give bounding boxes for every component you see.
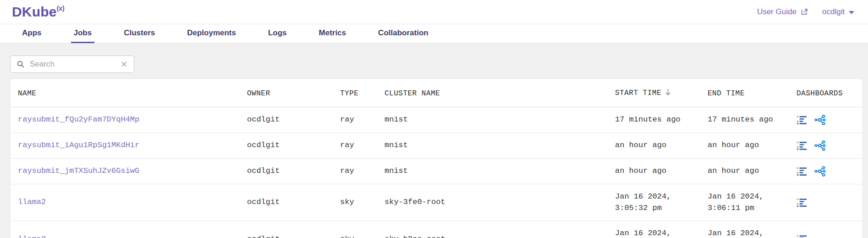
table-row: llama2ocdlgitskysky-b8ae-rootJan 16 2024… xyxy=(11,221,863,238)
ray-dashboard-icon[interactable] xyxy=(814,166,826,177)
column-header-start-time[interactable]: START TIME xyxy=(615,79,708,107)
job-cluster-name: sky-3fe0-root xyxy=(385,184,615,221)
search-icon xyxy=(16,60,25,68)
job-type: ray xyxy=(340,133,385,159)
tab-clusters[interactable]: Clusters xyxy=(121,24,158,43)
tab-metrics[interactable]: Metrics xyxy=(316,24,349,43)
logs-dashboard-icon[interactable] xyxy=(797,197,807,208)
tab-apps[interactable]: Apps xyxy=(19,24,44,43)
logs-dashboard-icon[interactable] xyxy=(797,140,807,151)
search-clear-icon[interactable] xyxy=(121,61,128,68)
job-end-time: Jan 16 2024, 2:59:16 pm xyxy=(708,221,797,238)
job-start-time: Jan 16 2024, 2:58:38 pm xyxy=(615,221,708,238)
job-name-link[interactable]: raysubmit_fQu2yFam7DYqH4Mp xyxy=(18,115,139,124)
job-owner: ocdlgit xyxy=(247,159,340,184)
job-owner: ocdlgit xyxy=(247,107,340,133)
topbar-right: User Guide ocdlgit xyxy=(757,7,854,17)
job-type: ray xyxy=(340,159,385,184)
brand-superscript: (x) xyxy=(57,5,65,12)
dashboard-links xyxy=(797,166,860,177)
job-cluster-name: mnist xyxy=(385,107,615,133)
job-cluster-name: mnist xyxy=(385,133,615,159)
job-end-time: an hour ago xyxy=(708,133,797,159)
jobs-table: NAME OWNER TYPE CLUSTER NAME START TIME … xyxy=(11,79,863,238)
column-header-cluster-name[interactable]: CLUSTER NAME xyxy=(385,79,615,107)
table-header-row: NAME OWNER TYPE CLUSTER NAME START TIME … xyxy=(11,79,863,107)
dashboard-links xyxy=(797,197,860,208)
job-end-time: Jan 16 2024, 3:06:11 pm xyxy=(708,184,797,221)
column-header-owner[interactable]: OWNER xyxy=(247,79,340,107)
job-name-link[interactable]: raysubmit_iAgu1RpSg1MKdHir xyxy=(18,141,139,149)
main-tabs: Apps Jobs Clusters Deployments Logs Metr… xyxy=(0,24,868,44)
job-type: sky xyxy=(340,221,385,238)
dashboard-links xyxy=(797,114,860,126)
logs-dashboard-icon[interactable] xyxy=(797,115,807,125)
logs-dashboard-icon[interactable] xyxy=(797,166,807,177)
tab-jobs[interactable]: Jobs xyxy=(71,24,95,43)
job-owner: ocdlgit xyxy=(247,184,340,221)
job-name-link[interactable]: llama2 xyxy=(18,198,46,206)
column-header-name[interactable]: NAME xyxy=(11,79,247,107)
external-link-icon xyxy=(800,8,808,16)
job-start-time: 17 minutes ago xyxy=(615,107,708,133)
search-box xyxy=(10,55,134,73)
column-header-type[interactable]: TYPE xyxy=(340,79,385,107)
table-row: llama2ocdlgitskysky-3fe0-rootJan 16 2024… xyxy=(11,184,863,221)
job-name-link[interactable]: llama2 xyxy=(18,235,46,238)
job-start-time: Jan 16 2024, 3:05:32 pm xyxy=(615,184,708,221)
job-start-time: an hour ago xyxy=(615,133,708,159)
content-area: NAME OWNER TYPE CLUSTER NAME START TIME … xyxy=(0,44,868,238)
tab-deployments[interactable]: Deployments xyxy=(184,24,239,43)
username: ocdlgit xyxy=(822,7,845,17)
brand-name: DKube xyxy=(12,4,57,20)
search-input[interactable] xyxy=(30,60,115,69)
tab-logs[interactable]: Logs xyxy=(265,24,290,43)
user-guide-link[interactable]: User Guide xyxy=(757,7,808,17)
dashboard-links xyxy=(797,234,860,238)
ray-dashboard-icon[interactable] xyxy=(814,114,826,126)
job-cluster-name: mnist xyxy=(385,159,615,184)
dkube-logo[interactable]: DKube (x) xyxy=(12,4,65,20)
column-header-end-time[interactable]: END TIME xyxy=(708,79,797,107)
table-row: raysubmit_fQu2yFam7DYqH4Mpocdlgitraymnis… xyxy=(11,107,863,133)
job-type: ray xyxy=(340,107,385,133)
job-end-time: 17 minutes ago xyxy=(708,107,797,133)
job-cluster-name: sky-b8ae-root xyxy=(385,221,615,238)
job-start-time: an hour ago xyxy=(615,159,708,184)
dashboard-links xyxy=(797,140,860,151)
column-header-dashboards[interactable]: DASHBOARDS xyxy=(797,79,863,107)
top-bar: DKube (x) User Guide ocdlgit xyxy=(0,0,868,24)
tab-collaboration[interactable]: Collaboration xyxy=(375,24,431,43)
table-row: raysubmit_iAgu1RpSg1MKdHirocdlgitraymnis… xyxy=(11,133,863,159)
ray-dashboard-icon[interactable] xyxy=(814,140,826,151)
job-owner: ocdlgit xyxy=(247,133,340,159)
sort-desc-icon xyxy=(665,90,671,98)
job-end-time: an hour ago xyxy=(708,159,797,184)
job-type: sky xyxy=(340,184,385,221)
job-name-link[interactable]: raysubmit_jmTXSuhJZv6GsiwG xyxy=(18,166,139,175)
user-guide-label: User Guide xyxy=(757,7,797,17)
chevron-down-icon xyxy=(849,11,854,14)
logs-dashboard-icon[interactable] xyxy=(797,234,807,238)
table-row: raysubmit_jmTXSuhJZv6GsiwGocdlgitraymnis… xyxy=(11,159,863,184)
user-menu[interactable]: ocdlgit xyxy=(822,7,854,17)
job-owner: ocdlgit xyxy=(247,221,340,238)
jobs-table-card: NAME OWNER TYPE CLUSTER NAME START TIME … xyxy=(10,78,863,238)
